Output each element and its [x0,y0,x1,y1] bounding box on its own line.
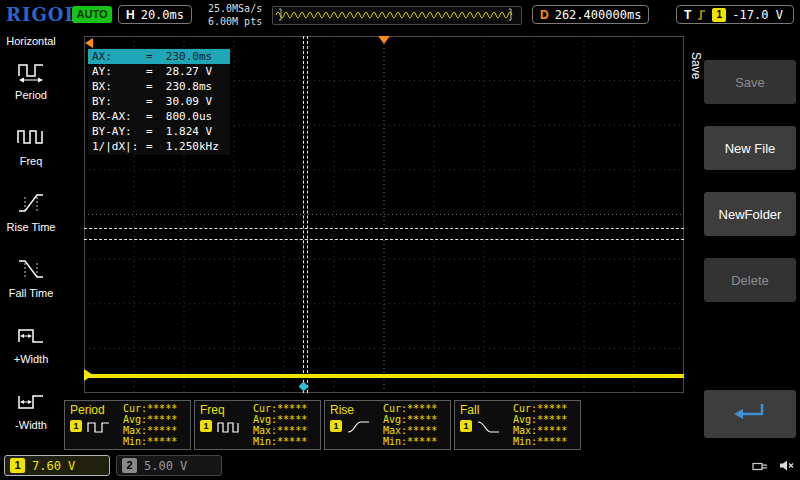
meas-cur: Cur:***** [383,403,437,414]
cursor-row-bx-ax: BX-AX: = 800.0us [88,109,230,124]
cursor-row-inv-dx: 1/|dX|: = 1.250kHz [88,139,230,154]
new-folder-button-label: NewFolder [719,207,782,222]
top-status-bar: RIGOL AUTO H 20.0ms 25.0MSa/s 6.00M pts … [0,0,800,30]
cursor-value: = 800.0us [146,109,212,124]
return-arrow-icon [732,401,768,427]
menu-back-button[interactable] [704,390,796,438]
measurement-name: Freq [200,403,225,417]
new-file-button[interactable]: New File [704,126,796,170]
sidebar-item-rise-time[interactable]: Rise Time [0,179,62,245]
horizontal-measure-sidebar: Horizontal Period Freq Rise Time Fall Ti… [0,30,62,452]
h-label: H [126,8,135,22]
sidebar-item-plus-width[interactable]: +Width [0,311,62,377]
cursor-label: 1/|dX|: [92,139,146,154]
channel2-status-box[interactable]: 2 5.00 V [116,455,222,476]
sidebar-item-period[interactable]: Period [0,47,62,113]
meas-avg: Avg:***** [253,414,307,425]
cursor-label: BX: [92,79,146,94]
sidebar-item-label: Rise Time [7,221,56,233]
delete-button-label: Delete [731,273,769,288]
channel-badge: 1 [200,420,212,432]
cursor-row-by: BY: = 30.09 V [88,94,230,109]
meas-cur: Cur:***** [513,403,567,414]
delay-reference-marker [85,38,93,48]
horizontal-timebase-box: H 20.0ms [118,5,192,24]
sidebar-item-freq[interactable]: Freq [0,113,62,179]
channel-badge: 1 [70,420,82,432]
meas-min: Min:***** [513,436,567,447]
oscilloscope-screen: RIGOL AUTO H 20.0ms 25.0MSa/s 6.00M pts … [0,0,800,480]
cursor-row-bx: BX: = 230.8ms [88,79,230,94]
cursor-by-line[interactable] [84,239,684,240]
measurement-values: Cur:***** Avg:***** Max:***** Min:***** [253,403,307,447]
sidebar-item-fall-time[interactable]: Fall Time [0,245,62,311]
sidebar-item-label: -Width [15,419,47,431]
period-icon [16,59,46,87]
memory-depth: 6.00M pts [208,15,262,28]
measurement-name: Fall [460,403,479,417]
save-menu-panel: Save Save New File NewFolder Delete [688,30,800,452]
plus-width-icon [16,323,46,351]
measurement-values: Cur:***** Avg:***** Max:***** Min:***** [383,403,437,447]
cursor-row-ay: AY: = 28.27 V [88,64,230,79]
acquisition-info: 25.0MSa/s 6.00M pts [208,2,262,28]
meas-avg: Avg:***** [513,414,567,425]
fall-icon [476,419,502,439]
period-icon [86,419,112,439]
cursor-label: BX-AX: [92,109,146,124]
channel1-status-box[interactable]: 1 7.60 V [4,455,110,476]
cursor-bx-line[interactable] [307,36,308,393]
sidebar-item-minus-width[interactable]: -Width [0,377,62,443]
cursor-ax-line[interactable] [303,36,304,393]
waveform-overview-strip [272,6,522,25]
meas-min: Min:***** [253,436,307,447]
cursor-ay-line[interactable] [84,228,684,229]
measurement-box-rise[interactable]: Rise 1 Cur:***** Avg:***** Max:***** Min… [324,400,451,450]
cursor-value: = 1.250kHz [146,139,219,154]
measurement-name: Period [70,403,105,417]
new-folder-button[interactable]: NewFolder [704,192,796,236]
sidebar-item-label: +Width [14,353,49,365]
status-icons [752,458,794,476]
cursor-value: = 230.0ms [146,49,212,64]
trigger-source-badge: 1 [712,8,726,22]
freq-icon [216,419,242,439]
trigger-readout-box: T 1 -17.0 V [676,5,794,24]
sidebar-item-label: Fall Time [9,287,54,299]
delay-value: 262.400000ms [555,8,642,22]
speaker-mute-icon [779,458,794,476]
waveform-display-area: AX: = 230.0ms AY: = 28.27 V BX: = 230.8m… [84,36,684,393]
timebase-value: 20.0ms [141,8,184,22]
t-label: T [684,8,691,22]
cursor-value: = 30.09 V [146,94,212,109]
save-button[interactable]: Save [704,60,796,104]
channel1-trace [84,374,684,378]
freq-icon [16,125,46,153]
measurement-box-freq[interactable]: Freq 1 Cur:***** Avg:***** Max:***** Min… [194,400,321,450]
cursor-value: = 1.824 V [146,124,212,139]
channel-badge: 1 [330,420,342,432]
trigger-level-value: -17.0 V [732,8,783,22]
measurement-box-period[interactable]: Period 1 Cur:***** Avg:***** Max:***** M… [64,400,191,450]
delete-button[interactable]: Delete [704,258,796,302]
channel2-badge: 2 [122,458,137,473]
rise-time-icon [16,191,46,219]
trigger-position-marker [378,36,390,44]
sidebar-item-label: Period [15,89,47,101]
channel-status-bar: 1 7.60 V 2 5.00 V [0,452,800,480]
rigol-logo: RIGOL [6,4,78,25]
trigger-status-badge: AUTO [72,6,112,23]
fall-time-icon [16,257,46,285]
measurement-box-fall[interactable]: Fall 1 Cur:***** Avg:***** Max:***** Min… [454,400,581,450]
new-file-button-label: New File [725,141,776,156]
meas-max: Max:***** [383,425,437,436]
sample-rate: 25.0MSa/s [208,2,262,15]
channel2-scale: 5.00 V [144,459,187,473]
rise-icon [346,419,372,439]
cursor-label: BY-AY: [92,124,146,139]
minus-width-icon [16,389,46,417]
meas-max: Max:***** [253,425,307,436]
meas-avg: Avg:***** [123,414,177,425]
cursor-row-ax: AX: = 230.0ms [88,49,230,64]
d-label: D [540,8,549,22]
